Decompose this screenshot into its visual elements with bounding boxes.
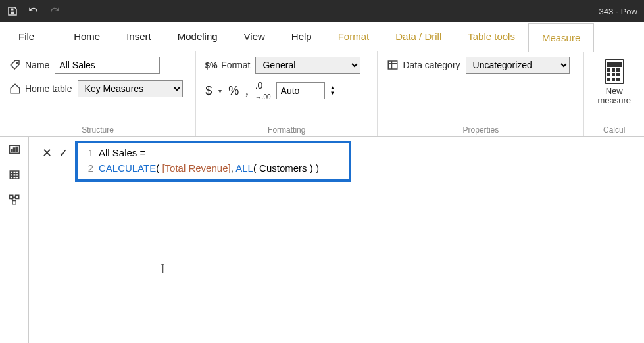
home-table-label: Home table xyxy=(9,83,72,95)
tab-table-tools[interactable]: Table tools xyxy=(455,22,528,51)
cancel-formula-button[interactable]: ✕ xyxy=(42,146,52,160)
new-measure-label-top: New xyxy=(606,86,623,96)
formatting-group-label: Formatting xyxy=(205,122,368,135)
svg-rect-6 xyxy=(13,148,14,152)
svg-rect-7 xyxy=(16,147,17,152)
ribbon-body: Name Home table Key Measures Structure $… xyxy=(0,51,644,137)
tab-format[interactable]: Format xyxy=(325,22,383,51)
model-view-icon[interactable] xyxy=(7,193,22,206)
ribbon-group-formatting: $% Format General $ ▾ % , .0→.00 ▲ ▼ For… xyxy=(196,51,378,136)
tag-icon xyxy=(9,59,21,71)
tab-modeling[interactable]: Modeling xyxy=(164,22,231,51)
format-label-text: Format xyxy=(221,60,250,70)
commit-formula-button[interactable]: ✓ xyxy=(59,146,68,160)
formula-line-2: CALCULATE( [Total Revenue], ALL( Custome… xyxy=(99,161,319,176)
tab-view[interactable]: View xyxy=(231,22,278,51)
comma-button[interactable]: , xyxy=(245,84,249,98)
name-label-text: Name xyxy=(25,60,49,70)
view-rail xyxy=(0,137,29,343)
svg-rect-14 xyxy=(15,195,18,198)
decimal-decrease-button[interactable]: .0→.00 xyxy=(255,80,271,101)
quick-access-toolbar xyxy=(7,5,61,17)
text-cursor: I xyxy=(161,262,165,277)
tab-data-drill[interactable]: Data / Drill xyxy=(382,22,455,51)
percent-button[interactable]: % xyxy=(228,84,239,98)
ribbon-group-structure: Name Home table Key Measures Structure xyxy=(0,51,196,136)
svg-rect-13 xyxy=(9,195,12,198)
home-table-select[interactable]: Key Measures xyxy=(78,80,183,97)
ribbon-group-properties: Data category Uncategorized Properties xyxy=(378,51,584,136)
tab-insert[interactable]: Insert xyxy=(113,22,164,51)
formula-line-1: All Sales = xyxy=(99,146,145,161)
home-icon xyxy=(9,83,21,95)
home-table-label-text: Home table xyxy=(25,83,72,94)
svg-rect-5 xyxy=(11,149,12,152)
decimal-places-input[interactable] xyxy=(276,82,325,99)
structure-group-label: Structure xyxy=(9,122,186,135)
tab-file[interactable]: File xyxy=(5,22,47,51)
data-category-label: Data category xyxy=(387,59,460,71)
name-input[interactable] xyxy=(55,57,160,74)
workspace: Sh ✕ ✓ 1 All Sales = 2 CALCULATE( [Total… xyxy=(0,137,644,343)
calculator-icon xyxy=(605,59,624,84)
svg-rect-1 xyxy=(389,61,398,69)
ribbon-group-calculations: New measure Calcul xyxy=(584,51,644,136)
format-label: $% Format xyxy=(205,59,250,71)
new-measure-label-bottom: measure xyxy=(597,95,631,105)
window-title: 343 - Pow xyxy=(599,7,637,16)
svg-rect-15 xyxy=(12,201,16,204)
tab-measure-tools[interactable]: Measure xyxy=(528,23,594,52)
svg-point-0 xyxy=(16,62,18,64)
report-canvas[interactable]: Sh ✕ ✓ 1 All Sales = 2 CALCULATE( [Total… xyxy=(29,137,644,343)
title-bar: 343 - Pow xyxy=(0,0,644,22)
calculations-group-label: Calcul xyxy=(603,122,625,135)
data-category-label-text: Data category xyxy=(403,60,460,70)
dollar-percent-icon: $% xyxy=(205,59,217,71)
tab-help[interactable]: Help xyxy=(278,22,325,51)
undo-icon[interactable] xyxy=(28,5,39,17)
svg-rect-8 xyxy=(10,171,19,179)
line-number: 2 xyxy=(83,161,93,176)
currency-button[interactable]: $ xyxy=(205,84,212,98)
report-view-icon[interactable] xyxy=(7,143,22,156)
tab-home[interactable]: Home xyxy=(61,22,113,51)
ribbon-tab-strip: File Home Insert Modeling View Help Form… xyxy=(0,22,644,51)
properties-group-label: Properties xyxy=(387,122,574,135)
name-label: Name xyxy=(9,59,49,71)
format-icon-row: $ ▾ % , .0→.00 xyxy=(205,80,270,101)
save-icon[interactable] xyxy=(7,5,18,17)
new-measure-button[interactable]: New measure xyxy=(593,57,635,108)
formula-editor[interactable]: 1 All Sales = 2 CALCULATE( [Total Revenu… xyxy=(75,141,351,182)
chevron-down-icon[interactable]: ▾ xyxy=(218,87,222,95)
redo-icon[interactable] xyxy=(49,5,61,17)
spin-down-icon[interactable]: ▼ xyxy=(330,91,335,96)
line-number: 1 xyxy=(83,146,93,161)
table-small-icon xyxy=(387,59,399,71)
formula-bar: ✕ ✓ 1 All Sales = 2 CALCULATE( [Total Re… xyxy=(36,141,351,182)
data-category-select[interactable]: Uncategorized xyxy=(466,57,570,74)
data-view-icon[interactable] xyxy=(7,168,22,181)
format-select[interactable]: General xyxy=(255,57,360,74)
